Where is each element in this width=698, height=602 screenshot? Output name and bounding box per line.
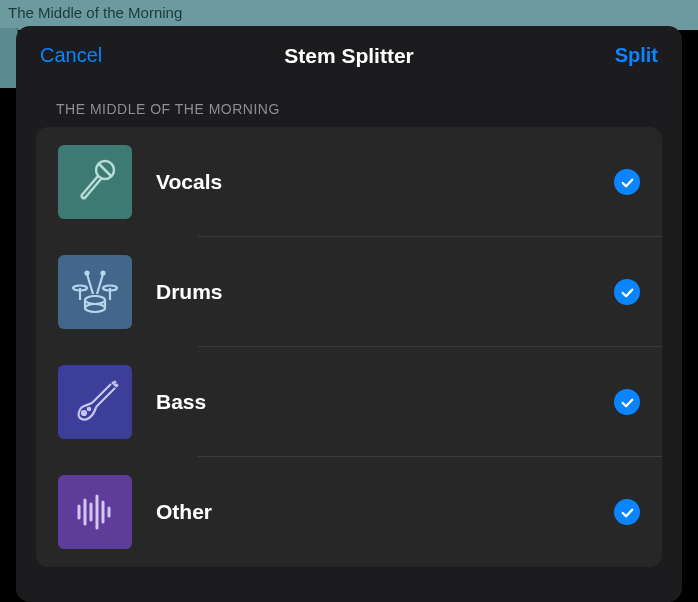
cancel-button[interactable]: Cancel <box>40 44 102 67</box>
svg-line-13 <box>87 274 93 294</box>
check-icon[interactable] <box>614 499 640 525</box>
svg-point-8 <box>85 304 105 312</box>
split-button[interactable]: Split <box>615 44 658 67</box>
stem-row-bass[interactable]: Bass <box>36 347 662 457</box>
section-header: THE MIDDLE OF THE MORNING <box>16 81 682 127</box>
stem-row-vocals[interactable]: Vocals <box>36 127 662 237</box>
waveform-icon <box>58 475 132 549</box>
check-icon[interactable] <box>614 169 640 195</box>
stem-row-drums[interactable]: Drums <box>36 237 662 347</box>
svg-point-17 <box>82 411 86 415</box>
svg-point-18 <box>88 408 90 410</box>
bass-icon <box>58 365 132 439</box>
stem-label: Bass <box>156 390 614 414</box>
check-icon[interactable] <box>614 279 640 305</box>
svg-line-4 <box>99 164 112 177</box>
svg-line-20 <box>114 381 116 383</box>
svg-line-3 <box>81 196 84 199</box>
modal-title: Stem Splitter <box>284 44 414 68</box>
stem-splitter-modal: Cancel Stem Splitter Split THE MIDDLE OF… <box>16 26 682 602</box>
stem-label: Drums <box>156 280 614 304</box>
drums-icon <box>58 255 132 329</box>
microphone-icon <box>58 145 132 219</box>
stem-label: Vocals <box>156 170 614 194</box>
modal-header: Cancel Stem Splitter Split <box>16 26 682 81</box>
check-icon[interactable] <box>614 389 640 415</box>
svg-point-5 <box>85 296 105 304</box>
svg-line-21 <box>116 384 118 386</box>
bg-track-title: The Middle of the Morning <box>8 4 182 21</box>
svg-point-16 <box>102 272 105 275</box>
stem-row-other[interactable]: Other <box>36 457 662 567</box>
stems-list: Vocals <box>36 127 662 567</box>
svg-point-15 <box>86 272 89 275</box>
svg-line-14 <box>97 274 103 294</box>
stem-label: Other <box>156 500 614 524</box>
